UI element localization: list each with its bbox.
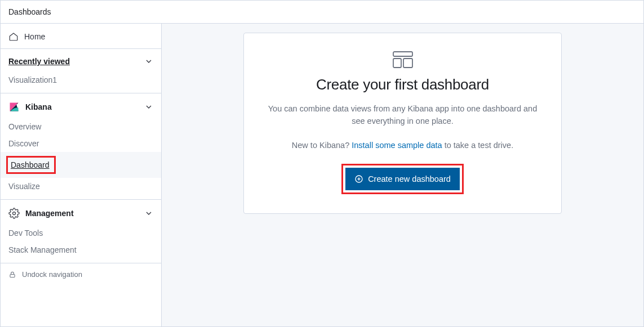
plus-circle-icon: [354, 174, 363, 183]
section-recently-viewed[interactable]: Recently viewed: [1, 49, 161, 71]
dashboard-icon: [393, 51, 413, 68]
chevron-down-icon: [144, 102, 153, 111]
svg-rect-4: [393, 59, 401, 68]
kibana-item-visualize[interactable]: Visualize: [1, 178, 161, 195]
recent-item-label: Visualization1: [8, 75, 57, 84]
cta-label: Create new dashboard: [368, 174, 451, 183]
empty-state-card: Create your first dashboard You can comb…: [243, 33, 562, 214]
kibana-item-label: Visualize: [8, 182, 40, 191]
subtext-post: to take a test drive.: [442, 141, 514, 150]
chevron-down-icon: [144, 57, 153, 66]
lock-icon: [8, 271, 16, 279]
kibana-item-discover[interactable]: Discover: [1, 135, 161, 152]
gear-icon: [8, 208, 20, 219]
section-recently-viewed-label: Recently viewed: [8, 57, 70, 66]
kibana-item-label: Discover: [8, 139, 39, 148]
kibana-item-dashboard[interactable]: Dashboard: [1, 152, 161, 178]
svg-rect-3: [393, 52, 412, 56]
kibana-item-label: Dashboard: [11, 160, 50, 169]
install-sample-data-link[interactable]: Install some sample data: [352, 141, 442, 150]
svg-point-1: [13, 212, 16, 215]
management-item-label: Dev Tools: [8, 229, 43, 238]
management-item-devtools[interactable]: Dev Tools: [1, 225, 161, 241]
nav-home-label: Home: [24, 32, 45, 41]
section-management[interactable]: Management: [1, 200, 161, 225]
management-item-stackmanagement[interactable]: Stack Management: [1, 241, 161, 258]
svg-rect-2: [10, 274, 15, 277]
cta-highlight-box: Create new dashboard: [341, 164, 464, 194]
subtext-pre: New to Kibana?: [292, 141, 352, 150]
undock-navigation[interactable]: Undock navigation: [1, 263, 161, 285]
svg-rect-5: [403, 59, 412, 68]
chevron-down-icon: [144, 209, 153, 218]
section-kibana[interactable]: Kibana: [1, 93, 161, 118]
kibana-item-overview[interactable]: Overview: [1, 118, 161, 135]
nav-home[interactable]: Home: [1, 24, 161, 48]
sidebar: Home Recently viewed Visualization1 Kiba…: [1, 24, 162, 326]
page-title: Dashboards: [8, 7, 51, 16]
section-management-label: Management: [25, 209, 74, 218]
app-frame: Dashboards Home Recently viewed Visualiz…: [0, 0, 644, 327]
empty-state-description: You can combine data views from any Kiba…: [264, 102, 541, 128]
undock-label: Undock navigation: [22, 270, 82, 279]
kibana-item-label: Overview: [8, 122, 41, 131]
app-body: Home Recently viewed Visualization1 Kiba…: [1, 24, 643, 326]
home-icon: [8, 32, 19, 42]
main-content: Create your first dashboard You can comb…: [162, 24, 643, 326]
empty-state-heading: Create your first dashboard: [264, 76, 541, 93]
page-header: Dashboards: [1, 1, 643, 24]
section-kibana-label: Kibana: [25, 102, 52, 111]
empty-state-subtext: New to Kibana? Install some sample data …: [264, 139, 541, 151]
management-item-label: Stack Management: [8, 245, 77, 254]
kibana-icon: [8, 101, 20, 113]
create-new-dashboard-button[interactable]: Create new dashboard: [345, 168, 460, 190]
recent-item-visualization1[interactable]: Visualization1: [1, 71, 161, 88]
